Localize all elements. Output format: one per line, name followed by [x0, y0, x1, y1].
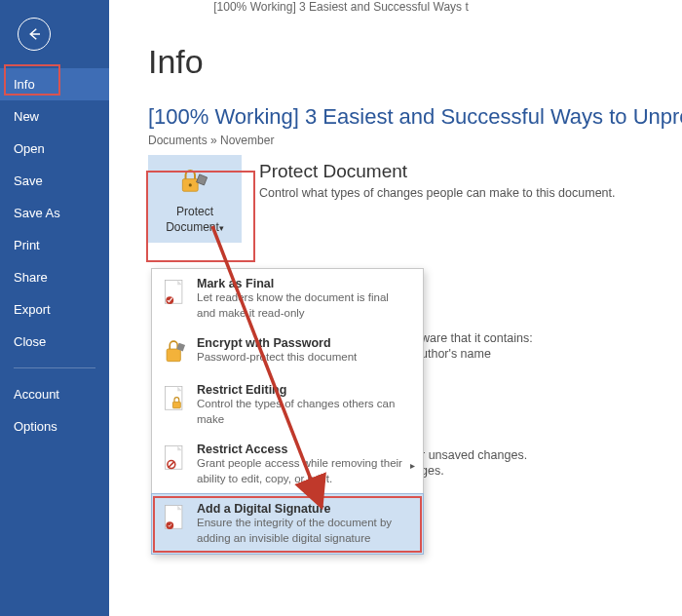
- nav-item-share[interactable]: Share: [0, 261, 109, 293]
- menu-item-restrict-access[interactable]: Restrict Access Grant people access whil…: [152, 435, 423, 494]
- svg-rect-6: [172, 402, 180, 407]
- nav-label: Close: [14, 334, 46, 349]
- submenu-arrow-icon: ▸: [410, 459, 415, 470]
- nav-label: Save As: [14, 206, 60, 220]
- nav-item-info[interactable]: Info: [0, 68, 109, 100]
- restrict-access-icon: [162, 444, 187, 474]
- menu-item-restrict-editing[interactable]: Restrict Editing Control the types of ch…: [152, 375, 423, 435]
- digital-signature-icon: [162, 504, 187, 533]
- svg-point-1: [189, 183, 192, 186]
- menu-item-add-digital-signature[interactable]: Add a Digital Signature Ensure the integ…: [152, 494, 423, 554]
- bg-manage-line2: ges.: [421, 464, 444, 478]
- menu-desc: Control the types of changes others can …: [197, 397, 413, 427]
- nav-item-print[interactable]: Print: [0, 229, 109, 261]
- nav-label: Info: [14, 77, 35, 92]
- menu-item-mark-as-final[interactable]: Mark as Final Let readers know the docum…: [152, 269, 423, 328]
- protect-document-button[interactable]: Protect Document▾: [148, 155, 242, 243]
- protect-button-label: Protect Document▾: [154, 205, 236, 235]
- nav-label: Share: [14, 270, 48, 285]
- document-title: [100% Working] 3 Easiest and Successful …: [148, 104, 682, 130]
- menu-desc: Password-protect this document: [197, 350, 413, 366]
- backstage-sidebar: Info New Open Save Save As Print Share E…: [0, 0, 109, 616]
- bg-inspect-line2: uthor's name: [421, 347, 491, 361]
- svg-rect-4: [167, 349, 180, 362]
- nav-item-new[interactable]: New: [0, 100, 109, 133]
- arrow-left-icon: [25, 25, 43, 43]
- nav-item-open[interactable]: Open: [0, 133, 109, 165]
- nav-label: Open: [14, 141, 45, 156]
- nav-item-close[interactable]: Close: [0, 326, 109, 358]
- breadcrumb: Documents » November: [148, 134, 682, 147]
- nav-separator: [14, 367, 95, 368]
- nav-item-account[interactable]: Account: [0, 378, 109, 410]
- nav-label: Account: [14, 387, 59, 402]
- lock-shield-icon: [176, 167, 213, 196]
- section-subtext: Control what types of changes people can…: [259, 186, 616, 200]
- menu-title: Encrypt with Password: [197, 336, 413, 350]
- nav-item-save[interactable]: Save: [0, 165, 109, 197]
- menu-item-encrypt-with-password[interactable]: Encrypt with Password Password-protect t…: [152, 328, 423, 375]
- menu-desc: Grant people access while removing their…: [197, 456, 413, 486]
- page-title: Info: [148, 43, 682, 81]
- menu-title: Restrict Access: [197, 443, 413, 456]
- menu-desc: Let readers know the document is final a…: [197, 290, 413, 321]
- nav-label: Print: [14, 238, 40, 252]
- bg-inspect-line1: ware that it contains:: [421, 331, 533, 345]
- nav-label: Options: [14, 419, 57, 434]
- nav-item-export[interactable]: Export: [0, 293, 109, 326]
- nav-item-save-as[interactable]: Save As: [0, 197, 109, 229]
- protect-document-section: Protect Document▾ Protect Document Contr…: [148, 155, 682, 243]
- menu-title: Restrict Editing: [197, 383, 413, 397]
- protect-document-dropdown: Mark as Final Let readers know the docum…: [151, 268, 424, 555]
- dropdown-caret-icon: ▾: [219, 223, 224, 233]
- menu-title: Mark as Final: [197, 277, 413, 290]
- svg-point-11: [166, 521, 173, 529]
- menu-title: Add a Digital Signature: [197, 502, 413, 516]
- menu-desc: Ensure the integrity of the document by …: [197, 516, 413, 546]
- protect-section-text: Protect Document Control what types of c…: [259, 155, 616, 200]
- nav-label: Save: [14, 173, 43, 188]
- bg-manage-line1: r unsaved changes.: [421, 448, 527, 462]
- nav-label: Export: [14, 302, 51, 317]
- back-button[interactable]: [18, 18, 51, 51]
- section-heading: Protect Document: [259, 161, 616, 182]
- nav-label: New: [14, 109, 39, 124]
- encrypt-icon: [162, 338, 187, 367]
- mark-final-icon: [162, 279, 187, 308]
- restrict-editing-icon: [162, 385, 187, 414]
- nav-item-options[interactable]: Options: [0, 410, 109, 443]
